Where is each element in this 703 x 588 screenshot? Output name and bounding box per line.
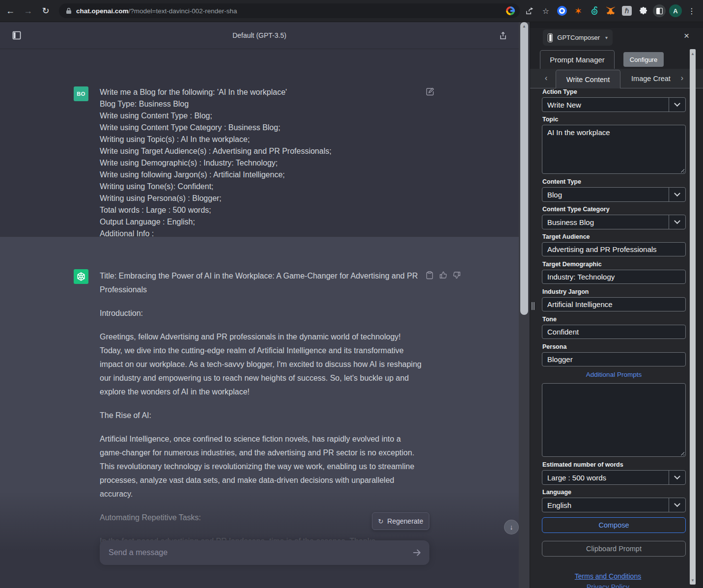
thumbs-down-icon[interactable] (453, 271, 461, 280)
chevron-down-icon[interactable] (669, 98, 685, 112)
panel-resize-handle[interactable] (532, 302, 535, 310)
model-title: Default (GPT-3.5) (0, 31, 519, 39)
chatgpt-page: Default (GPT-3.5) BO Write me a Blog for… (0, 22, 519, 588)
send-message-icon[interactable] (409, 544, 425, 561)
hbar-extension-icon[interactable]: ℏ (620, 4, 633, 17)
tab-write-content[interactable]: Write Content (556, 70, 620, 88)
page-scrollbar-thumb[interactable] (520, 30, 528, 315)
clipboard-prompt-button[interactable]: Clipboard Prompt (542, 541, 686, 557)
additional-prompts-textarea[interactable] (542, 383, 686, 457)
target-demographic-input[interactable]: Industry: Technology (542, 270, 686, 284)
configure-button[interactable]: Configure (623, 52, 664, 67)
reload-icon[interactable]: ↻ (38, 3, 53, 18)
url-text[interactable]: chat.openai.com/?model=text-davinci-002-… (76, 7, 237, 15)
gptcomposer-panel: GPTComposer ▾ × Prompt Manager Configure… (530, 22, 703, 588)
user-line: Writing using Tone(s): Confident; (100, 181, 434, 193)
side-panel-icon[interactable] (653, 4, 666, 17)
action-type-label: Action Type (542, 88, 686, 95)
metamask-fox-icon[interactable] (604, 4, 617, 17)
chevron-down-icon[interactable] (669, 498, 685, 512)
tab-image-create[interactable]: Image Creat (624, 69, 677, 88)
action-type-select[interactable]: Write New (542, 97, 686, 112)
compose-button[interactable]: Compose (542, 517, 686, 533)
language-value: English (547, 501, 571, 509)
target-demographic-label: Target Demographic (542, 261, 686, 268)
user-line: Writing using Persona(s) : Blogger; (100, 193, 434, 204)
share-conversation-icon[interactable] (494, 27, 512, 45)
privacy-link[interactable]: Privacy Policy (530, 583, 686, 588)
estimated-words-value: Large : 500 words (547, 474, 606, 482)
regenerate-label: Regenerate (387, 517, 423, 525)
regenerate-button[interactable]: ↻ Regenerate (372, 512, 429, 530)
panel-scrollbar[interactable]: ▲ ▼ (690, 49, 696, 585)
tone-input[interactable]: Confident (542, 325, 686, 339)
browser-toolbar: ← → ↻ chat.openai.com/?model=text-davinc… (0, 0, 703, 22)
panel-scroll-down-icon[interactable]: ▼ (690, 577, 696, 584)
extension-starburst-icon[interactable]: ✶ (572, 4, 585, 17)
screen: ← → ↻ chat.openai.com/?model=text-davinc… (0, 0, 703, 588)
extension-teal-lock-icon[interactable] (588, 4, 601, 17)
additional-prompts-link[interactable]: Additional Prompts (542, 371, 686, 378)
url-path: /?model=text-davinci-002-render-sha (129, 7, 237, 15)
resize-handle-icon[interactable] (679, 168, 684, 172)
bookmark-star-icon[interactable]: ☆ (539, 4, 552, 17)
hbar-glyph: ℏ (622, 6, 632, 16)
content-type-value: Blog (547, 191, 562, 199)
language-select[interactable]: English (542, 498, 686, 512)
terms-link[interactable]: Terms and Conditions (530, 572, 686, 580)
page-scrollbar[interactable]: ▲ (519, 22, 530, 588)
chat-header: Default (GPT-3.5) (0, 22, 519, 49)
target-audience-input[interactable]: Advertising and PR Professionals (542, 242, 686, 256)
copy-icon[interactable] (426, 271, 433, 280)
extension-dot-icon[interactable] (556, 4, 568, 17)
chevron-down-icon[interactable] (669, 471, 685, 484)
share-page-icon[interactable] (523, 4, 536, 17)
topic-value: AI In the workplace (547, 128, 610, 137)
user-line: Write using Demographic(s) : Industry: T… (100, 157, 434, 169)
user-line: Write using Target Audience(s) : Adverti… (100, 145, 434, 157)
tab-prompt-manager[interactable]: Prompt Manager (540, 50, 615, 69)
extensions-puzzle-icon[interactable] (637, 4, 649, 17)
scrollbar-up-arrow-icon[interactable]: ▲ (520, 22, 528, 30)
target-audience-label: Target Audience (542, 233, 686, 240)
google-icon[interactable] (506, 6, 515, 15)
tone-value: Confident (547, 328, 579, 336)
app-selector[interactable]: GPTComposer ▾ (543, 29, 613, 46)
panel-header: GPTComposer ▾ × (530, 28, 703, 49)
content-type-label: Content Type (542, 178, 686, 185)
user-line: Write using following Jargon(s) : Artifi… (100, 169, 434, 181)
thumbs-up-icon[interactable] (439, 271, 447, 280)
panel-close-icon[interactable]: × (684, 31, 689, 40)
content-type-category-select[interactable]: Business Blog (542, 215, 686, 229)
user-line: Total words : Large : 500 words; (100, 204, 434, 216)
back-icon[interactable]: ← (3, 3, 18, 18)
subtab-next-icon[interactable]: › (681, 74, 683, 83)
topic-label: Topic (542, 116, 686, 123)
panel-top-strip (530, 22, 703, 28)
persona-input[interactable]: Blogger (542, 352, 686, 366)
persona-label: Persona (542, 343, 686, 350)
chevron-down-icon[interactable] (669, 215, 685, 229)
subtab-prev-icon[interactable]: ‹ (545, 74, 547, 83)
user-message-text: Write me a Blog for the following: 'AI I… (100, 86, 434, 240)
address-bar[interactable]: chat.openai.com/?model=text-davinci-002-… (59, 3, 520, 18)
user-line: Write using Content Type Category : Busi… (100, 122, 434, 134)
message-input-box[interactable] (100, 540, 429, 565)
edit-message-icon[interactable] (425, 87, 434, 96)
industry-jargon-input[interactable]: Artificial Intelligence (542, 297, 686, 311)
industry-jargon-value: Artificial Intelligence (547, 300, 613, 308)
chevron-down-icon[interactable] (669, 188, 685, 201)
panel-scroll-up-icon[interactable]: ▲ (690, 50, 696, 57)
topic-textarea[interactable]: AI In the workplace (542, 125, 686, 174)
resize-handle-icon[interactable] (679, 450, 684, 455)
user-message-row: BO Write me a Blog for the following: 'A… (0, 49, 519, 236)
profile-avatar[interactable]: A (669, 4, 682, 17)
assistant-paragraph: The Rise of AI: (100, 409, 423, 422)
language-label: Language (542, 489, 686, 496)
estimated-words-select[interactable]: Large : 500 words (542, 470, 686, 485)
send-message-input[interactable] (100, 548, 409, 557)
content-type-select[interactable]: Blog (542, 187, 686, 202)
browser-menu-icon[interactable]: ⋮ (685, 4, 698, 17)
scroll-to-bottom-button[interactable]: ↓ (504, 520, 519, 534)
forward-icon[interactable]: → (21, 3, 35, 18)
